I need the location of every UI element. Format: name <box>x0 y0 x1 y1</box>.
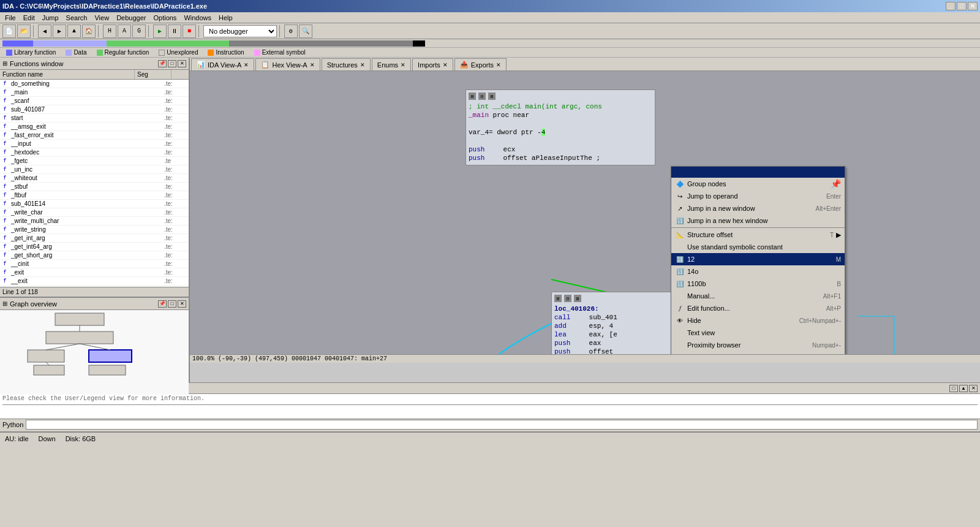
tab-ida-close[interactable]: ✕ <box>244 62 249 68</box>
tb-graph[interactable]: G <box>132 25 146 38</box>
ctx-jump-hex[interactable]: 🔢 Jump in a new hex window <box>671 214 845 227</box>
graph-overview-pin[interactable]: 📌 <box>158 300 167 308</box>
menu-jump[interactable]: Jump <box>39 13 62 22</box>
list-item[interactable]: f_write_string.te: <box>0 226 189 234</box>
tab-export-close[interactable]: ✕ <box>496 62 501 68</box>
graph-overview-float[interactable]: □ <box>168 300 176 308</box>
list-item[interactable]: f_fgetc.te <box>0 157 189 165</box>
tb-hex[interactable]: H <box>103 25 116 38</box>
menu-options[interactable]: Options <box>149 13 180 22</box>
menu-windows[interactable]: Windows <box>180 13 215 22</box>
ctx-manual[interactable]: Manual... Alt+F1 <box>671 290 845 302</box>
legend-data-color <box>66 50 72 56</box>
list-item[interactable]: f_main.te: <box>0 88 189 97</box>
tb-pause[interactable]: ⏸ <box>168 25 181 38</box>
tab-hex-close[interactable]: ✕ <box>310 62 315 68</box>
list-item[interactable]: f_hextodec.te: <box>0 148 189 157</box>
menu-debugger[interactable]: Debugger <box>113 13 149 22</box>
ctx-hide[interactable]: 👁 Hide Ctrl+Numpad+- <box>671 314 845 327</box>
tab-import-close[interactable]: ✕ <box>443 62 448 68</box>
tb-new[interactable]: 📄 <box>2 25 16 38</box>
ctx-14o-icon: 🔢 <box>675 267 685 276</box>
minimize-button[interactable]: _ <box>946 2 956 10</box>
tab-ida-view[interactable]: 📊 IDA View-A ✕ <box>191 58 254 70</box>
output-window-max[interactable]: ▲ <box>959 385 968 392</box>
list-item[interactable]: f_un_inc.te: <box>0 165 189 174</box>
tab-hex-view[interactable]: 📋 Hex View-A ✕ <box>255 58 320 70</box>
ctx-jump-operand-shortcut: Enter <box>826 193 841 200</box>
function-list[interactable]: Function name Seg fdo_something.te: f_ma… <box>0 70 189 287</box>
list-item[interactable]: f__amsg_exit.te: <box>0 123 189 131</box>
tb-asm[interactable]: A <box>118 25 131 38</box>
ctx-symbolic[interactable]: Use standard symbolic constant <box>671 241 845 253</box>
tb-back[interactable]: ◀ <box>38 25 51 38</box>
ctx-struct-offset[interactable]: 📐 Structure offset T ▶ <box>671 229 845 241</box>
maximize-button[interactable]: □ <box>957 2 967 10</box>
tb-run[interactable]: ▶ <box>153 25 167 38</box>
list-item[interactable]: f_fast_error_exit.te: <box>0 131 189 140</box>
list-item[interactable]: f__cinit.te: <box>0 260 189 268</box>
graph-view-area[interactable]: ⊞ ⊟ ⊠ ; int __cdecl main(int argc, cons … <box>190 71 980 354</box>
graph-canvas[interactable] <box>0 310 189 395</box>
menu-view[interactable]: View <box>91 13 113 22</box>
menu-help[interactable]: Help <box>215 13 236 22</box>
tb-extra1[interactable]: ⚙ <box>284 25 298 38</box>
tb-home[interactable]: 🏠 <box>82 25 96 38</box>
list-item[interactable]: f_get_short_arg.te: <box>0 251 189 260</box>
list-item[interactable]: f_exit.te: <box>0 268 189 277</box>
tab-enums[interactable]: Enums ✕ <box>372 58 411 70</box>
output-separator <box>2 404 978 405</box>
ctx-group-nodes[interactable]: 🔷 Group nodes 📌 <box>671 178 845 190</box>
list-item[interactable]: f__input.te: <box>0 140 189 148</box>
ctx-proximity[interactable]: Proximity browser Numpad+- <box>671 339 845 351</box>
list-item[interactable]: f_whiteout.te: <box>0 174 189 183</box>
python-input[interactable] <box>26 420 978 430</box>
menu-search[interactable]: Search <box>62 13 91 22</box>
tb-up[interactable]: ▲ <box>67 25 81 38</box>
legend-external-color <box>254 50 260 56</box>
asm-block-main[interactable]: ⊞ ⊟ ⊠ ; int __cdecl main(int argc, cons … <box>466 89 655 165</box>
list-item[interactable]: f_ftbuf.te: <box>0 191 189 200</box>
list-item[interactable]: fstart.te: <box>0 114 189 123</box>
output-window-close[interactable]: ✕ <box>969 385 978 392</box>
tab-export-icon: 📤 <box>460 61 469 69</box>
tab-exports[interactable]: 📤 Exports ✕ <box>454 58 507 70</box>
debugger-select[interactable]: No debugger <box>203 25 277 37</box>
output-window-float[interactable]: □ <box>949 385 958 392</box>
list-item[interactable]: fdo_something.te: <box>0 80 189 88</box>
tab-structures[interactable]: Structures ✕ <box>322 58 371 70</box>
group-nodes-icon: 🔷 <box>675 179 685 189</box>
tab-imports[interactable]: Imports ✕ <box>412 58 453 70</box>
ctx-text-view[interactable]: Text view <box>671 327 845 339</box>
functions-panel-pin[interactable]: 📌 <box>158 60 167 67</box>
list-item[interactable]: f_write_char.te: <box>0 208 189 217</box>
tb-extra2[interactable]: 🔍 <box>299 25 312 38</box>
list-item[interactable]: fsub_401087.te: <box>0 105 189 114</box>
ctx-undefine[interactable]: ✕ Undefine U <box>671 351 845 354</box>
menu-edit[interactable]: Edit <box>20 13 39 22</box>
ctx-jump-new-window[interactable]: ↗ Jump in a new window Alt+Enter <box>671 202 845 214</box>
functions-panel-float[interactable]: □ <box>168 60 176 67</box>
list-item[interactable]: f__exit.te: <box>0 277 189 286</box>
tab-struct-close[interactable]: ✕ <box>360 62 365 68</box>
ctx-hide-shortcut: Ctrl+Numpad+- <box>799 317 841 324</box>
tb-open[interactable]: 📂 <box>17 25 31 38</box>
close-button[interactable]: ✕ <box>968 2 978 10</box>
tab-enum-close[interactable]: ✕ <box>401 62 405 68</box>
list-item[interactable]: f_get_int64_arg.te: <box>0 243 189 251</box>
ctx-14o[interactable]: 🔢 14o <box>671 265 845 278</box>
functions-panel-close[interactable]: ✕ <box>178 60 186 67</box>
list-item[interactable]: f_get_int_arg.te: <box>0 234 189 243</box>
list-item[interactable]: fsub_401E14.te: <box>0 200 189 208</box>
ctx-12[interactable]: 🔢 12 M <box>671 253 845 265</box>
ctx-edit-function[interactable]: 𝑓 Edit function... Alt+P <box>671 302 845 314</box>
graph-overview-close[interactable]: ✕ <box>178 300 186 308</box>
ctx-jump-operand[interactable]: ↪ Jump to operand Enter <box>671 190 845 202</box>
ctx-1100b[interactable]: 🔢 1100b B <box>671 278 845 290</box>
menu-file[interactable]: File <box>1 13 20 22</box>
list-item[interactable]: f_scanf.te: <box>0 97 189 105</box>
tb-forward[interactable]: ▶ <box>53 25 66 38</box>
list-item[interactable]: f_stbuf.te: <box>0 183 189 191</box>
list-item[interactable]: f_write_multi_char.te: <box>0 217 189 226</box>
tb-stop[interactable]: ■ <box>183 25 196 38</box>
